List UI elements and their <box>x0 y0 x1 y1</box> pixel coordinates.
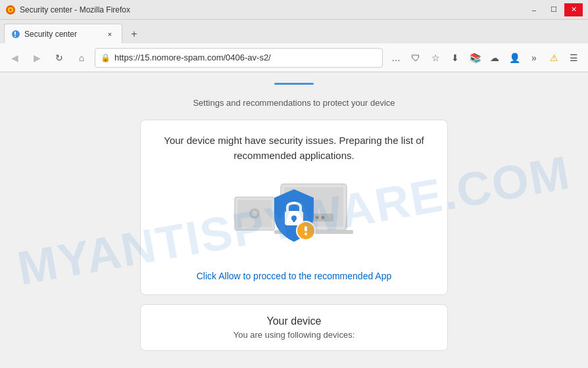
page-content: MYANTISPYWARE.COM Settings and recommend… <box>0 72 588 368</box>
shield-button[interactable]: 🛡 <box>406 49 425 67</box>
toolbar-right: … 🛡 ☆ ⬇ 📚 ☁ 👤 » ⚠ ☰ <box>387 49 583 67</box>
menu-button[interactable]: ☰ <box>564 49 583 67</box>
alert-icon[interactable]: ⚠ <box>545 49 563 67</box>
device-subtitle: You are using following devices: <box>233 330 355 340</box>
window-title: Security center - Mozilla Firefox <box>20 5 130 14</box>
titlebar: Security center - Mozilla Firefox – ☐ ✕ <box>0 0 588 20</box>
tabbar: Security center × + <box>0 20 588 43</box>
security-illustration <box>222 171 366 263</box>
url-text: https://15.nomore-spam.com/0406-av-s2/ <box>114 53 271 62</box>
svg-rect-23 <box>305 226 307 231</box>
page-inner: Settings and recommendations to protect … <box>130 72 458 361</box>
home-button[interactable]: ⌂ <box>72 49 91 67</box>
shield-lock-icon <box>268 186 320 248</box>
more-tools-button[interactable]: … <box>387 49 405 67</box>
allow-link[interactable]: Click Allow to procced to the recommende… <box>197 271 392 281</box>
account-button[interactable]: 👤 <box>505 49 524 67</box>
security-card: Your device might have security issues. … <box>140 120 448 295</box>
forward-button[interactable]: ▶ <box>28 49 46 67</box>
sync-button[interactable]: ☁ <box>485 49 504 67</box>
active-tab[interactable]: Security center × <box>4 24 122 43</box>
maximize-button[interactable]: ☐ <box>545 3 563 16</box>
svg-rect-21 <box>293 218 295 222</box>
titlebar-left: Security center - Mozilla Firefox <box>5 5 130 15</box>
indicator-bar <box>274 83 314 85</box>
addressbar: ◀ ▶ ↻ ⌂ 🔒 https://15.nomore-spam.com/040… <box>0 43 588 72</box>
progress-indicator <box>140 79 448 86</box>
titlebar-buttons: – ☐ ✕ <box>525 3 583 16</box>
tab-close-button[interactable]: × <box>105 29 115 39</box>
device-title: Your device <box>266 315 321 327</box>
address-box[interactable]: 🔒 https://15.nomore-spam.com/0406-av-s2/ <box>95 48 383 68</box>
reload-button[interactable]: ↻ <box>50 49 68 67</box>
bookmark-button[interactable]: ☆ <box>426 49 445 67</box>
tab-label: Security center <box>24 30 77 39</box>
svg-point-18 <box>252 211 257 216</box>
back-button[interactable]: ◀ <box>5 49 24 67</box>
security-message: Your device might have security issues. … <box>157 133 431 163</box>
svg-rect-24 <box>305 233 307 235</box>
library-button[interactable]: 📚 <box>466 49 484 67</box>
security-lock-icon: 🔒 <box>101 53 110 62</box>
svg-point-13 <box>322 216 325 219</box>
svg-rect-4 <box>14 32 16 35</box>
svg-rect-5 <box>14 35 16 37</box>
download-button[interactable]: ⬇ <box>446 49 464 67</box>
tab-favicon <box>11 30 20 39</box>
firefox-icon <box>5 5 16 15</box>
svg-point-2 <box>9 9 12 11</box>
page-subtitle: Settings and recommendations to protect … <box>140 95 448 110</box>
overflow-button[interactable]: » <box>525 49 543 67</box>
device-card: Your device You are using following devi… <box>140 304 448 351</box>
minimize-button[interactable]: – <box>525 3 543 16</box>
close-button[interactable]: ✕ <box>564 3 583 16</box>
new-tab-button[interactable]: + <box>125 25 143 43</box>
